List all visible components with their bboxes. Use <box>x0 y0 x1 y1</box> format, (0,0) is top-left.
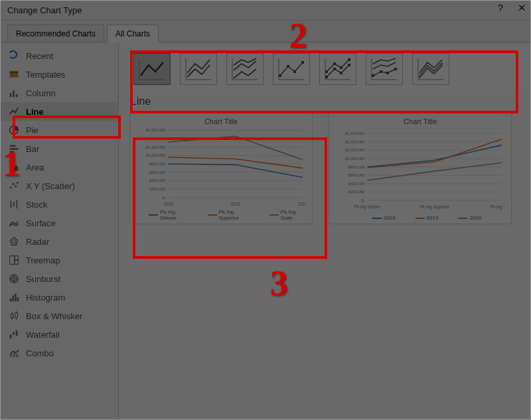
sidebar-item-sunburst[interactable]: Sunburst <box>1 269 118 288</box>
svg-point-11 <box>10 186 12 188</box>
svg-rect-60 <box>348 64 350 66</box>
sidebar-item-radar[interactable]: Radar <box>1 232 118 251</box>
legend-entry: 2018 <box>359 215 396 221</box>
svg-rect-37 <box>10 334 12 338</box>
sidebar-item-histogram[interactable]: Histogram <box>1 288 118 307</box>
sidebar-item-label: Pie <box>26 125 38 135</box>
sidebar-item-label: Area <box>26 163 44 173</box>
sidebar-item-surface[interactable]: Surface <box>1 214 118 232</box>
svg-rect-58 <box>333 68 336 70</box>
svg-text:$800,000: $800,000 <box>149 162 166 166</box>
sidebar-item-label: Waterfall <box>26 330 60 340</box>
svg-rect-20 <box>10 256 15 265</box>
help-icon[interactable]: ? <box>498 2 503 14</box>
svg-text:$600,000: $600,000 <box>149 171 166 175</box>
svg-text:$1,400,000: $1,400,000 <box>146 137 166 141</box>
sidebar-item-column[interactable]: Column <box>1 84 118 102</box>
sidebar-item-label: Recent <box>26 51 53 61</box>
sidebar-item-templates[interactable]: Templates <box>1 65 118 84</box>
svg-text:$-: $- <box>162 196 165 200</box>
tab-recommended-charts[interactable]: Recommended Charts <box>7 25 104 42</box>
sidebar-item-label: Stock <box>26 200 48 210</box>
chart-subtype-button[interactable] <box>319 53 356 85</box>
chart-subtype-button[interactable] <box>273 53 310 85</box>
svg-point-13 <box>15 186 17 188</box>
annotation-number-2: 2 <box>289 15 307 56</box>
svg-text:$600,000: $600,000 <box>348 173 365 177</box>
svg-marker-0 <box>9 52 12 54</box>
svg-rect-34 <box>15 313 18 318</box>
legend-entry: Pk.Ing Superior <box>195 209 250 221</box>
chart-subtype-button[interactable] <box>366 53 403 85</box>
recent-icon <box>7 49 21 62</box>
svg-text:$200,000: $200,000 <box>348 190 365 194</box>
svg-text:Pk.Ing Deluxe: Pk.Ing Deluxe <box>354 204 381 210</box>
svg-text:$1,600,000: $1,600,000 <box>345 131 365 135</box>
svg-rect-62 <box>333 62 336 65</box>
sidebar-item-waterfall[interactable]: Waterfall <box>1 325 118 344</box>
chart-preview-1-legend: Pk.Ing DeluxePk.Ing SuperiorPk.Ing Suite <box>137 209 305 221</box>
svg-rect-51 <box>279 74 281 77</box>
svg-rect-22 <box>15 260 18 264</box>
svg-rect-3 <box>10 93 12 97</box>
sidebar-item-label: Treemap <box>26 255 60 265</box>
sidebar-item-line[interactable]: Line <box>1 102 118 121</box>
close-icon[interactable]: ✕ <box>518 2 526 14</box>
chart-preview-row: Chart Title $1,600,000$1,400,000$1,200,0… <box>129 113 522 224</box>
chart-subtype-button[interactable] <box>226 53 264 85</box>
sidebar-item-pie[interactable]: Pie <box>1 121 118 139</box>
sidebar-item-treemap[interactable]: Treemap <box>1 251 118 269</box>
svg-rect-61 <box>325 70 328 73</box>
chart-preview-1[interactable]: Chart Title $1,600,000$1,400,000$1,200,0… <box>129 113 313 224</box>
sidebar-item-label: Combo <box>26 348 54 358</box>
svg-rect-39 <box>16 330 18 336</box>
chart-preview-1-title: Chart Title <box>137 117 305 125</box>
line-icon <box>7 105 21 118</box>
svg-text:$400,000: $400,000 <box>348 182 365 186</box>
svg-rect-2 <box>10 72 19 74</box>
sidebar-item-label: Sunburst <box>26 274 60 284</box>
svg-text:$1,200,000: $1,200,000 <box>146 145 166 149</box>
chart-subtype-button[interactable] <box>180 53 217 85</box>
titlebar: Change Chart Type ? ✕ <box>1 1 530 21</box>
chart-type-sidebar: RecentTemplatesColumnLinePieBarAreaX Y (… <box>1 42 119 420</box>
line-subtype-icon <box>323 56 353 82</box>
sidebar-item-box[interactable]: Box & Whisker <box>1 307 118 325</box>
templates-icon <box>7 68 21 81</box>
svg-rect-29 <box>15 294 17 302</box>
sidebar-item-label: Surface <box>26 218 56 228</box>
sidebar-item-stock[interactable]: Stock <box>1 195 118 214</box>
svg-rect-64 <box>348 58 350 61</box>
svg-text:2018: 2018 <box>163 202 173 206</box>
stock-icon <box>7 198 21 211</box>
svg-rect-28 <box>12 295 14 301</box>
annotation-number-1: 1 <box>3 143 21 184</box>
chart-preview-1-plot: $1,600,000$1,400,000$1,200,000$1,000,000… <box>137 127 305 208</box>
sidebar-item-label: X Y (Scatter) <box>26 181 75 191</box>
sidebar-item-label: Templates <box>26 70 65 80</box>
content-area: Line Chart Title $1,600,000$1,400,000$1,… <box>119 42 530 420</box>
svg-rect-63 <box>340 66 342 69</box>
change-chart-type-dialog: Change Chart Type ? ✕ Recommended Charts… <box>0 0 531 420</box>
line-subtype-icon <box>416 56 446 82</box>
sidebar-item-combo[interactable]: Combo <box>1 344 118 362</box>
svg-rect-27 <box>10 299 12 302</box>
chart-preview-2[interactable]: Chart Title $1,600,000$1,400,000$1,200,0… <box>329 113 512 224</box>
chart-subtype-button[interactable] <box>412 53 449 85</box>
svg-rect-69 <box>386 72 389 74</box>
line-subtype-icon <box>276 56 307 82</box>
waterfall-icon <box>7 328 21 341</box>
sidebar-item-label: Line <box>26 107 44 117</box>
chart-subtype-row <box>129 48 522 90</box>
chart-subtype-button[interactable] <box>133 53 171 85</box>
tab-all-charts[interactable]: All Charts <box>107 25 159 42</box>
line-subtype-icon <box>230 56 260 82</box>
sunburst-icon <box>7 272 21 285</box>
svg-text:$1,000,000: $1,000,000 <box>146 153 166 157</box>
combo-icon <box>7 346 21 360</box>
sidebar-item-recent[interactable]: Recent <box>1 46 118 65</box>
svg-rect-59 <box>340 72 342 74</box>
svg-text:2020: 2020 <box>298 202 305 206</box>
svg-text:$400,000: $400,000 <box>149 178 166 182</box>
chart-type-heading: Line <box>129 90 522 113</box>
